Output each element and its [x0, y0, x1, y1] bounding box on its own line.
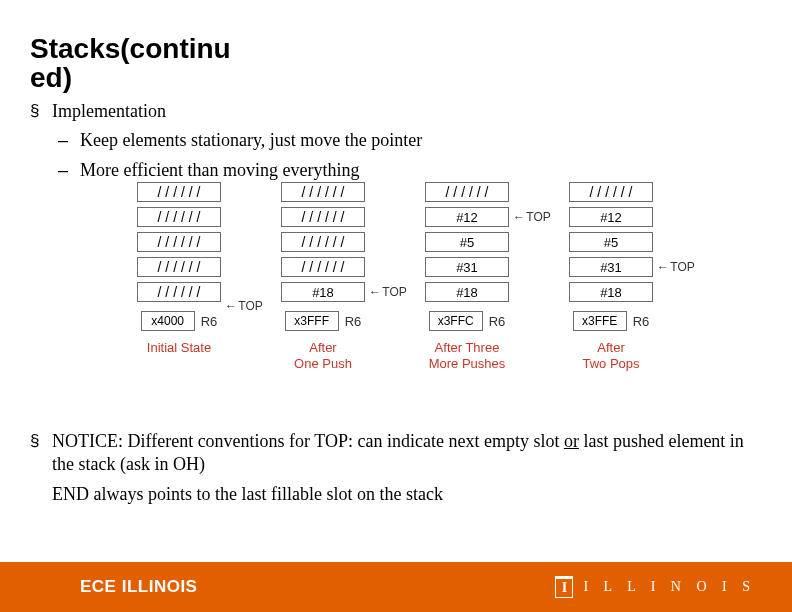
register-row: x3FFCR6: [429, 311, 506, 331]
empty-cell: / / / / / /: [137, 207, 221, 227]
stack-column: / / / / / /#12#5#31#18TOPx3FFCR6After Th…: [413, 182, 521, 373]
value-cell: #31: [425, 257, 509, 277]
empty-cell: / / / / / /: [425, 182, 509, 202]
notice-or: or: [564, 431, 579, 451]
value-cell: #18: [569, 282, 653, 302]
register-value: x3FFE: [573, 311, 627, 331]
notice-text: NOTICE: Different conventions for TOP: c…: [52, 430, 750, 477]
register-value: x4000: [141, 311, 195, 331]
illinois-i-icon: I: [555, 576, 573, 598]
register-label: R6: [633, 314, 650, 329]
top-pointer: TOP: [369, 285, 407, 299]
section-symbol: §: [30, 430, 52, 452]
column-caption: Initial State: [147, 340, 211, 356]
stack-column: / / / / / // / / / / // / / / / // / / /…: [125, 182, 233, 373]
notice-block: § NOTICE: Different conventions for TOP:…: [30, 430, 750, 512]
bullet-implementation: § Implementation: [30, 100, 750, 123]
value-cell: #31: [569, 257, 653, 277]
column-caption: After ThreeMore Pushes: [429, 340, 506, 373]
bullet-notice: § NOTICE: Different conventions for TOP:…: [30, 430, 750, 477]
content-area: § Implementation – Keep elements station…: [30, 100, 750, 188]
slide: Stacks(continu ed) § Implementation – Ke…: [0, 0, 792, 612]
bullet-end: END always points to the last fillable s…: [30, 483, 750, 506]
register-row: x4000R6: [141, 311, 218, 331]
register-row: x3FFFR6: [285, 311, 362, 331]
empty-cell: / / / / / /: [137, 257, 221, 277]
stack-column: / / / / / /#12#5#31#18TOPx3FFER6AfterTwo…: [557, 182, 665, 373]
sub-bullet-1: – Keep elements stationary, just move th…: [58, 129, 750, 152]
empty-cell: / / / / / /: [281, 257, 365, 277]
section-symbol: §: [30, 100, 52, 122]
end-text: END always points to the last fillable s…: [52, 483, 750, 506]
register-label: R6: [489, 314, 506, 329]
footer-right-logo: I I L L I N O I S: [555, 576, 756, 598]
empty-cell: / / / / / /: [137, 232, 221, 252]
empty-cell: / / / / / /: [281, 232, 365, 252]
value-cell: #5: [425, 232, 509, 252]
sub-bullet-1-text: Keep elements stationary, just move the …: [80, 129, 750, 152]
title-line-2: ed): [30, 62, 72, 93]
value-cell: #12: [569, 207, 653, 227]
empty-cell: / / / / / /: [569, 182, 653, 202]
sub-bullet-2-text: More efficient than moving everything: [80, 159, 750, 182]
top-pointer: TOP: [513, 210, 551, 224]
top-pointer: TOP: [225, 299, 263, 313]
stack-cells: / / / / / /#12#5#31#18TOP: [569, 182, 653, 302]
empty-cell: / / / / / /: [137, 182, 221, 202]
column-caption: AfterTwo Pops: [582, 340, 639, 373]
footer-left-logo: ECE ILLINOIS: [80, 577, 197, 597]
top-pointer: TOP: [657, 260, 695, 274]
register-row: x3FFER6: [573, 311, 650, 331]
dash-symbol: –: [58, 159, 80, 182]
register-value: x3FFC: [429, 311, 483, 331]
stack-cells: / / / / / /#12#5#31#18TOP: [425, 182, 509, 302]
value-cell: #5: [569, 232, 653, 252]
empty-cell: / / / / / /: [281, 182, 365, 202]
notice-pre: NOTICE: Different conventions for TOP: c…: [52, 431, 564, 451]
value-cell: #18: [281, 282, 365, 302]
implementation-text: Implementation: [52, 100, 750, 123]
stack-diagram: / / / / / // / / / / // / / / / // / / /…: [125, 182, 665, 373]
stack-cells: / / / / / // / / / / // / / / / // / / /…: [137, 182, 221, 302]
column-caption: AfterOne Push: [294, 340, 352, 373]
register-value: x3FFF: [285, 311, 339, 331]
sub-bullet-2: – More efficient than moving everything: [58, 159, 750, 182]
slide-title: Stacks(continu ed): [30, 34, 230, 93]
empty-cell: / / / / / /: [281, 207, 365, 227]
dash-symbol: –: [58, 129, 80, 152]
register-label: R6: [345, 314, 362, 329]
register-label: R6: [201, 314, 218, 329]
value-cell: #12: [425, 207, 509, 227]
footer-bar: ECE ILLINOIS I I L L I N O I S: [0, 562, 792, 612]
stack-cells: / / / / / // / / / / // / / / / // / / /…: [281, 182, 365, 302]
footer-right-text: I L L I N O I S: [583, 579, 756, 595]
title-line-1: Stacks(continu: [30, 33, 231, 64]
stack-column: / / / / / // / / / / // / / / / // / / /…: [269, 182, 377, 373]
empty-cell: / / / / / /: [137, 282, 221, 302]
value-cell: #18: [425, 282, 509, 302]
